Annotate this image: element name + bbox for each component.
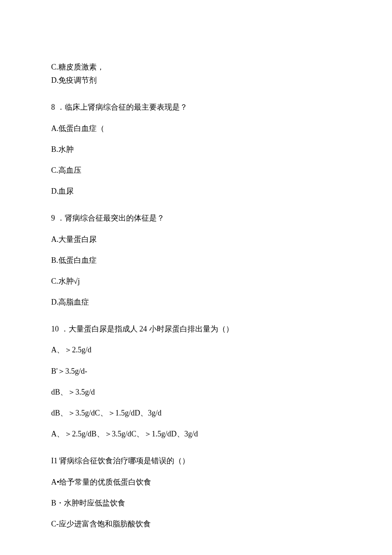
option-a: A、＞2.5g/d bbox=[51, 345, 341, 355]
option-b: B・水肿时应低盐饮食 bbox=[51, 498, 341, 509]
question-8: 8 ．临床上肾病综合征的最主要表现是？ A.低蛋白血症（ B.水肿 C.高血压 … bbox=[51, 102, 341, 197]
option-d: D.免疫调节剂 bbox=[51, 75, 341, 86]
question-9: 9 ．肾病综合征最突出的体征是？ A.大量蛋白尿 B.低蛋白血症 C.水肿√j … bbox=[51, 213, 341, 308]
option-d: D.高脂血症 bbox=[51, 297, 341, 308]
option-b: B.水肿 bbox=[51, 144, 341, 155]
option-b: B.低蛋白血症 bbox=[51, 255, 341, 266]
option-e: A、＞2.5g/dB、＞3.5g/dC、＞1.5g/dD、3g/d bbox=[51, 429, 341, 439]
option-b: B'＞3.5g/d- bbox=[51, 366, 341, 377]
option-d: dB、＞3.5g/dC、＞1.5g/dD、3g/d bbox=[51, 408, 341, 418]
question-stem: I1 肾病综合征饮食治疗哪项是错误的（） bbox=[51, 456, 341, 466]
option-c: C-应少进富含饱和脂肪酸饮食 bbox=[51, 519, 341, 529]
option-c: C.水肿√j bbox=[51, 276, 341, 287]
option-a: A.低蛋白血症（ bbox=[51, 123, 341, 134]
question-7-partial-options: C.糖皮质激素， D.免疫调节剂 bbox=[51, 62, 341, 86]
option-c: C.高血压 bbox=[51, 165, 341, 176]
question-stem: 9 ．肾病综合征最突出的体征是？ bbox=[51, 213, 341, 224]
option-c: dB、＞3.5g/d bbox=[51, 387, 341, 398]
question-10: 10 ．大量蛋白尿是指成人 24 小时尿蛋白排出量为（） A、＞2.5g/d B… bbox=[51, 324, 341, 439]
option-c: C.糖皮质激素， bbox=[51, 62, 341, 73]
question-11: I1 肾病综合征饮食治疗哪项是错误的（） A•给予常量的优质低蛋白饮食 B・水肿… bbox=[51, 456, 341, 529]
option-a: A.大量蛋白尿 bbox=[51, 234, 341, 245]
option-a: A•给予常量的优质低蛋白饮食 bbox=[51, 477, 341, 488]
question-stem: 8 ．临床上肾病综合征的最主要表现是？ bbox=[51, 102, 341, 113]
question-stem: 10 ．大量蛋白尿是指成人 24 小时尿蛋白排出量为（） bbox=[51, 324, 341, 334]
option-d: D.血尿 bbox=[51, 186, 341, 197]
